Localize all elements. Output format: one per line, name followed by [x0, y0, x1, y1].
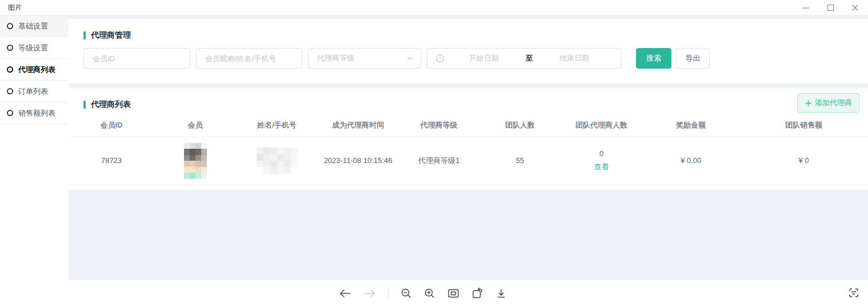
agent-management-panel: 代理商管理 代理商等级 开始日期 至 结束日期: [69, 19, 868, 84]
panel-title: 代理商管理: [83, 30, 853, 41]
agent-level-placeholder: 代理商等级: [317, 53, 354, 63]
panel-title-text: 代理商管理: [91, 30, 131, 41]
avatar: [184, 143, 207, 179]
col-reward-amount: 奖励金额: [642, 114, 739, 136]
image-viewer-toolbar: [0, 280, 868, 306]
agent-level-select[interactable]: 代理商等级: [308, 48, 421, 69]
col-team-agent-count: 团队代理商人数: [561, 114, 642, 136]
cell-member-avatar: [154, 136, 236, 185]
table-row: 78723 2023-11-08 10:15:46 代理商等级1 55 0 查看: [69, 136, 868, 185]
table-header-row: 会员ID 会员 姓名/手机号 成为代理商时间 代理商等级 团队人数 团队代理商人…: [69, 114, 868, 136]
window-controls: [802, 4, 859, 11]
save-icon[interactable]: [495, 288, 507, 299]
sidebar: 基础设置 等级设置 代理商列表 订单列表 销售额列表: [0, 15, 69, 280]
member-info-input[interactable]: [197, 49, 302, 68]
cell-agent-level: 代理商等级1: [398, 136, 479, 185]
member-id-field-wrap: [83, 48, 190, 69]
sidebar-item-agent-list[interactable]: 代理商列表: [0, 59, 69, 81]
maximize-icon[interactable]: [827, 4, 834, 11]
cell-become-time: 2023-11-08 10:15:46: [318, 136, 398, 185]
back-icon[interactable]: [339, 288, 351, 299]
clock-icon: [435, 54, 445, 63]
col-member: 会员: [154, 114, 236, 136]
cell-team-count: 55: [479, 136, 561, 185]
sidebar-item-basic-settings[interactable]: 基础设置: [0, 15, 69, 37]
sidebar-item-level-settings[interactable]: 等级设置: [0, 37, 69, 59]
col-name-phone: 姓名/手机号: [236, 114, 318, 136]
sidebar-item-label: 订单列表: [18, 86, 48, 97]
cell-team-agent-count: 0 查看: [561, 136, 642, 185]
cell-member-id: 78723: [69, 136, 154, 185]
close-icon[interactable]: [851, 4, 859, 11]
col-become-time: 成为代理商时间: [318, 114, 398, 136]
panel-title: 代理商列表: [69, 100, 868, 110]
minimize-icon[interactable]: [802, 4, 810, 11]
agent-list-panel: 代理商列表 添加代理商 会员ID 会员 姓名/手机号 成为代理商时间: [69, 88, 868, 190]
col-team-count: 团队人数: [479, 114, 561, 136]
add-agent-label: 添加代理商: [815, 98, 852, 108]
search-button[interactable]: 搜索: [636, 48, 671, 69]
sidebar-item-order-list[interactable]: 订单列表: [0, 81, 69, 102]
sidebar-item-label: 销售额列表: [18, 108, 55, 118]
forward-icon[interactable]: [363, 288, 376, 299]
cell-name-phone: [236, 136, 318, 185]
sidebar-item-sales-list[interactable]: 销售额列表: [0, 102, 69, 124]
window-title: 图片: [8, 3, 22, 13]
team-agent-count-value: 0: [561, 149, 642, 158]
cell-team-sales: ¥ 0: [739, 136, 868, 185]
toolbar-divider: [388, 288, 389, 299]
section-marker: [83, 101, 86, 109]
agent-table: 会员ID 会员 姓名/手机号 成为代理商时间 代理商等级 团队人数 团队代理商人…: [69, 114, 868, 185]
sidebar-item-label: 代理商列表: [18, 65, 55, 75]
add-agent-button[interactable]: 添加代理商: [797, 93, 859, 113]
rotate-icon[interactable]: [471, 287, 483, 299]
date-separator: 至: [523, 53, 535, 63]
filter-form: 代理商等级 开始日期 至 结束日期 搜索 导出: [83, 48, 853, 69]
date-end-placeholder: 结束日期: [535, 53, 614, 63]
ocr-scan-icon[interactable]: [847, 286, 861, 300]
section-marker: [83, 31, 86, 39]
radio-circle-icon: [7, 110, 13, 116]
radio-circle-icon: [7, 23, 13, 29]
plus-icon: [805, 100, 812, 107]
sidebar-item-label: 基础设置: [18, 21, 48, 31]
fit-to-window-icon[interactable]: [447, 288, 459, 299]
chevron-down-icon: [406, 54, 414, 62]
view-link[interactable]: 查看: [594, 162, 609, 172]
radio-circle-icon: [7, 66, 13, 73]
sidebar-item-label: 等级设置: [18, 43, 48, 53]
window-titlebar: 图片: [0, 0, 868, 15]
main-content: 代理商管理 代理商等级 开始日期 至 结束日期: [69, 15, 868, 280]
panel-title-text: 代理商列表: [91, 100, 131, 110]
col-agent-level: 代理商等级: [398, 114, 479, 136]
radio-circle-icon: [7, 88, 13, 94]
zoom-in-icon[interactable]: [424, 288, 435, 299]
date-range-picker[interactable]: 开始日期 至 结束日期: [427, 48, 621, 69]
blurred-name-text: [257, 148, 298, 174]
col-member-id: 会员ID: [69, 114, 154, 136]
background-filler: [69, 190, 868, 281]
radio-circle-icon: [7, 45, 13, 51]
member-id-input[interactable]: [84, 49, 190, 68]
zoom-out-icon[interactable]: [401, 288, 412, 299]
export-button[interactable]: 导出: [676, 48, 710, 69]
member-info-field-wrap: [196, 48, 302, 69]
date-start-placeholder: 开始日期: [445, 53, 523, 63]
cell-reward-amount: ¥ 0.00: [642, 136, 739, 185]
col-team-sales: 团队销售额: [739, 114, 868, 136]
